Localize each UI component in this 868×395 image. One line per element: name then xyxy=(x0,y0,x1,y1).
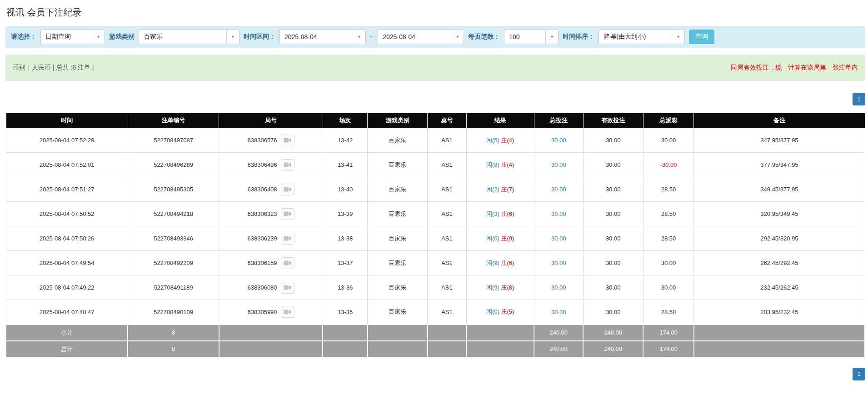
page-size-value: 100 xyxy=(504,30,545,44)
video-replay-icon[interactable] xyxy=(281,233,294,245)
cell-remark: 377.95/347.95 xyxy=(694,153,865,177)
cell-table-no: AS1 xyxy=(428,275,466,300)
page: 视讯 会员下注纪录 请选择： 日期查询 ▼ 游戏类别 百家乐 ▼ 时间区间： 2… xyxy=(0,0,868,390)
footer-cell xyxy=(219,325,323,341)
cell-time: 2025-08-04 07:50:52 xyxy=(6,202,128,226)
cell-bet-id: 522708494218 xyxy=(128,202,219,226)
date-to-value: 2025-08-04 xyxy=(378,30,451,44)
cell-total-bet: 30.00 xyxy=(534,177,583,202)
cell-total-bet: 30.00 xyxy=(534,128,583,153)
total-bet-link[interactable]: 30.00 xyxy=(551,260,566,266)
chevron-down-icon: ▼ xyxy=(353,30,365,44)
pagination-top: 1 xyxy=(5,93,865,105)
table-row: 2025-08-04 07:49:54522708492209638306159… xyxy=(6,251,865,275)
cell-valid-bet: 30.00 xyxy=(583,153,643,177)
chevron-down-icon: ▼ xyxy=(226,30,239,44)
date-from-select[interactable]: 2025-08-04 ▼ xyxy=(279,30,366,44)
column-header: 结果 xyxy=(466,113,534,128)
cell-time: 2025-08-04 07:52:29 xyxy=(6,128,128,153)
cell-game-type: 百家乐 xyxy=(368,128,428,153)
result-player: 闲(0) xyxy=(486,235,499,242)
result-banker: 庄(6) xyxy=(501,210,514,217)
table-row: 2025-08-04 07:49:22522708491189638306080… xyxy=(6,275,865,300)
column-header: 总投注 xyxy=(534,113,583,128)
column-header: 时间 xyxy=(6,113,128,128)
cell-session: 13-37 xyxy=(323,251,367,275)
cell-table-no: AS1 xyxy=(428,177,466,202)
video-replay-icon[interactable] xyxy=(281,282,294,294)
query-type-value: 日期查询 xyxy=(41,30,92,44)
date-to-select[interactable]: 2025-08-04 ▼ xyxy=(378,30,464,44)
cell-game-type: 百家乐 xyxy=(368,251,428,275)
date-range-separator: ~ xyxy=(370,33,374,40)
page-size-select[interactable]: 100 ▼ xyxy=(504,30,559,44)
total-bet-link[interactable]: 30.00 xyxy=(551,161,566,168)
sort-select[interactable]: 降幂(由大到小) ▼ xyxy=(599,30,685,44)
pagination-bottom: 1 xyxy=(5,368,865,380)
page-number-button[interactable]: 1 xyxy=(853,368,865,380)
video-replay-icon[interactable] xyxy=(281,257,294,269)
footer-cell xyxy=(694,341,865,357)
table-row: 2025-08-04 07:50:52522708494218638306323… xyxy=(6,202,865,226)
video-replay-icon[interactable] xyxy=(281,306,294,318)
footer-cell: 240.00 xyxy=(583,341,643,357)
cell-game-type: 百家乐 xyxy=(368,153,428,177)
cell-round-id: 638306576 xyxy=(219,128,323,153)
cell-round-id: 638305990 xyxy=(219,300,323,325)
round-id-text: 638305990 xyxy=(248,309,277,315)
sort-value: 降幂(由大到小) xyxy=(599,30,672,44)
total-bet-link[interactable]: 30.00 xyxy=(551,235,566,242)
cell-bet-id: 522708497087 xyxy=(128,128,219,153)
cell-payout: 28.50 xyxy=(643,300,694,325)
table-row: 2025-08-04 07:48:47522708490109638305990… xyxy=(6,300,865,325)
cell-time: 2025-08-04 07:52:01 xyxy=(6,153,128,177)
cell-result: 闲(5) 庄(4) xyxy=(466,128,534,153)
chevron-down-icon: ▼ xyxy=(545,30,558,44)
cell-valid-bet: 30.00 xyxy=(583,275,643,300)
query-button[interactable]: 查询 xyxy=(689,30,714,44)
total-bet-link[interactable]: 30.00 xyxy=(551,186,566,193)
cell-round-id: 638306159 xyxy=(219,251,323,275)
cell-bet-id: 522708490109 xyxy=(128,300,219,325)
cell-payout: 28.50 xyxy=(643,177,694,202)
cell-table-no: AS1 xyxy=(428,251,466,275)
column-header: 备注 xyxy=(694,113,865,128)
cell-session: 13-36 xyxy=(323,275,367,300)
column-header: 有效投注 xyxy=(583,113,643,128)
page-number-button[interactable]: 1 xyxy=(853,93,865,105)
cell-time: 2025-08-04 07:48:47 xyxy=(6,300,128,325)
video-replay-icon[interactable] xyxy=(281,208,294,220)
game-type-select[interactable]: 百家乐 ▼ xyxy=(139,30,239,44)
total-bet-link[interactable]: 30.00 xyxy=(551,309,566,315)
date-from-value: 2025-08-04 xyxy=(280,30,353,44)
column-header: 游戏类别 xyxy=(368,113,428,128)
cell-round-id: 638306239 xyxy=(219,226,323,251)
cell-remark: 262.45/292.45 xyxy=(694,251,865,275)
footer-cell: 174.00 xyxy=(643,325,694,341)
result-player: 闲(9) xyxy=(486,284,499,291)
total-bet-link[interactable]: 30.00 xyxy=(551,210,566,217)
cell-result: 闲(2) 庄(7) xyxy=(466,177,534,202)
video-replay-icon[interactable] xyxy=(281,184,294,195)
cell-session: 13-40 xyxy=(323,177,367,202)
footer-cell xyxy=(428,325,466,341)
cell-time: 2025-08-04 07:49:54 xyxy=(6,251,128,275)
round-id-text: 638306159 xyxy=(248,260,277,266)
cell-payout: 30.00 xyxy=(643,251,694,275)
time-range-label: 时间区间： xyxy=(244,33,275,41)
footer-cell: 174.00 xyxy=(643,341,694,357)
footer-cell: 8 xyxy=(128,325,219,341)
cell-table-no: AS1 xyxy=(428,153,466,177)
video-replay-icon[interactable] xyxy=(281,135,294,146)
cell-game-type: 百家乐 xyxy=(368,300,428,325)
total-bet-link[interactable]: 30.00 xyxy=(551,284,566,291)
cell-total-bet: 30.00 xyxy=(534,202,583,226)
query-type-select[interactable]: 日期查询 ▼ xyxy=(40,30,105,44)
video-replay-icon[interactable] xyxy=(281,159,294,171)
footer-cell: 240.00 xyxy=(534,325,583,341)
total-bet-link[interactable]: 30.00 xyxy=(551,137,566,144)
footer-cell xyxy=(428,341,466,357)
cell-valid-bet: 30.00 xyxy=(583,251,643,275)
result-player: 闲(3) xyxy=(486,210,499,217)
cell-table-no: AS1 xyxy=(428,128,466,153)
